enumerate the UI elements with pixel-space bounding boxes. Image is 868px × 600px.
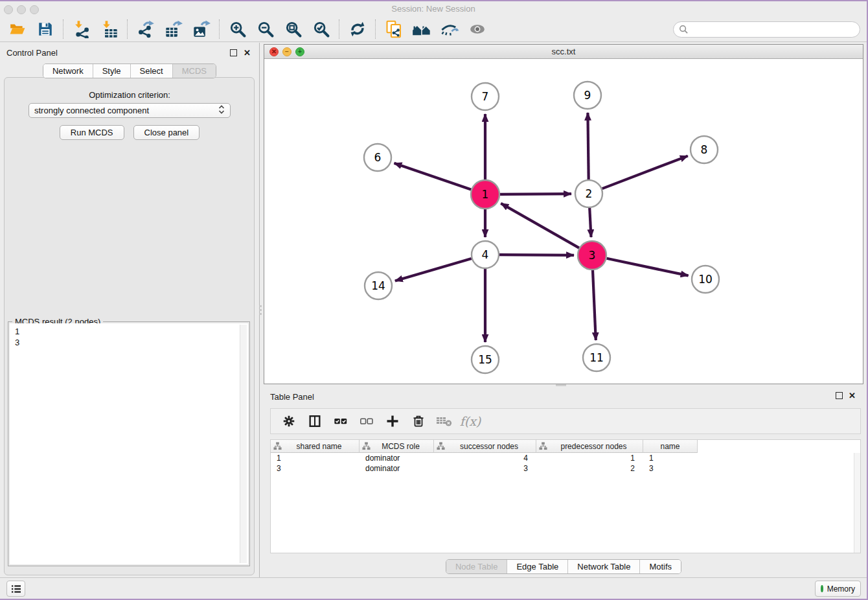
network-window-titlebar[interactable]: ✕ − + scc.txt <box>264 45 863 59</box>
graph-edge-4-3[interactable] <box>499 255 574 255</box>
control-panel-title: Control Panel <box>6 48 58 58</box>
close-panel-button[interactable]: Close panel <box>133 125 200 140</box>
table-cell: 1 <box>536 454 643 463</box>
svg-text:7: 7 <box>482 90 489 103</box>
table-cell: dominator <box>360 454 434 463</box>
zoom-in-icon[interactable] <box>223 18 251 40</box>
graph-node-2[interactable]: 2 <box>575 180 602 207</box>
eye-icon[interactable] <box>463 18 491 40</box>
graph-edge-3-1[interactable] <box>501 203 579 248</box>
task-history-button[interactable] <box>6 581 25 597</box>
graph-node-3[interactable]: 3 <box>578 241 606 270</box>
table-row[interactable]: 3dominator323 <box>271 463 860 474</box>
mcds-result-group: MCDS result (2 nodes) 1 3 <box>8 321 250 566</box>
import-table-icon[interactable] <box>95 18 123 40</box>
tab-network-table[interactable]: Network Table <box>568 560 640 573</box>
mcds-result-list[interactable]: 1 3 <box>10 323 248 564</box>
svg-text:2: 2 <box>586 187 593 200</box>
graph-node-10[interactable]: 10 <box>692 266 719 293</box>
delete-column-icon[interactable] <box>407 411 430 432</box>
graph-node-7[interactable]: 7 <box>472 83 499 110</box>
column-header-MCDS-role[interactable]: MCDS role <box>360 440 434 453</box>
network-view-window: ✕ − + scc.txt 7968124314101511 <box>264 44 863 384</box>
table-cell: 1 <box>271 454 360 463</box>
float-table-panel-icon[interactable] <box>836 392 843 399</box>
tab-node-table[interactable]: Node Table <box>446 560 508 573</box>
add-column-icon[interactable] <box>381 411 404 432</box>
panel-splitter-handle[interactable] <box>258 303 262 316</box>
svg-text:3: 3 <box>589 249 596 262</box>
zoom-fit-icon[interactable] <box>279 18 307 40</box>
graph-edge-2-9[interactable] <box>588 113 588 179</box>
select-arrows-icon <box>218 105 225 116</box>
graph-node-14[interactable]: 14 <box>365 272 392 299</box>
graph-node-1[interactable]: 1 <box>471 180 499 209</box>
graph-node-9[interactable]: 9 <box>574 82 601 109</box>
zoom-out-icon[interactable] <box>251 18 279 40</box>
mcds-result-line: 1 <box>15 326 248 337</box>
table-cell: dominator <box>360 464 434 473</box>
tab-network[interactable]: Network <box>43 64 93 78</box>
search-field[interactable] <box>673 21 860 38</box>
column-header-successor-nodes[interactable]: successor nodes <box>434 440 536 453</box>
select-all-icon[interactable] <box>329 411 352 432</box>
first-neighbors-icon[interactable] <box>407 18 435 40</box>
mcds-scrollbar[interactable] <box>240 325 247 563</box>
network-canvas[interactable]: 7968124314101511 <box>264 59 863 384</box>
graph-node-8[interactable]: 8 <box>691 136 718 163</box>
export-table-icon[interactable] <box>159 18 187 40</box>
gear-icon[interactable] <box>277 411 301 432</box>
table-header-row: shared nameMCDS rolesuccessor nodesprede… <box>271 440 860 453</box>
close-table-panel-icon[interactable]: ✕ <box>849 392 856 399</box>
graph-node-4[interactable]: 4 <box>472 241 499 268</box>
tab-mcds[interactable]: MCDS <box>173 64 216 78</box>
table-tabs: Node Table Edge Table Network Table Moti… <box>264 559 863 574</box>
svg-text:6: 6 <box>374 151 382 164</box>
table-row[interactable]: 1dominator411 <box>271 453 860 463</box>
columns-icon[interactable] <box>303 411 326 432</box>
graph-edge-2-3[interactable] <box>589 208 591 237</box>
export-network-icon[interactable] <box>131 18 159 40</box>
float-panel-icon[interactable] <box>230 49 237 56</box>
tab-motifs[interactable]: Motifs <box>640 560 681 573</box>
save-icon[interactable] <box>31 18 59 40</box>
memory-button[interactable]: Memory <box>815 581 861 597</box>
graph-edge-1-2[interactable] <box>500 194 571 194</box>
graph-node-15[interactable]: 15 <box>472 346 499 373</box>
optimization-criterion-select[interactable]: strongly connected component <box>29 103 231 118</box>
svg-text:1: 1 <box>482 188 489 201</box>
column-header-shared-name[interactable]: shared name <box>271 440 360 453</box>
clone-network-icon[interactable] <box>380 18 407 40</box>
horizontal-splitter-handle[interactable] <box>556 384 566 386</box>
zoom-selected-icon[interactable] <box>307 18 335 40</box>
graph-edge-4-14[interactable] <box>395 259 472 281</box>
function-builder-icon[interactable]: f(x) <box>459 411 482 432</box>
graph-edge-2-8[interactable] <box>602 156 688 189</box>
graph-edge-3-11[interactable] <box>593 270 596 340</box>
run-mcds-button[interactable]: Run MCDS <box>60 125 124 140</box>
toolbar-separator <box>63 19 63 39</box>
search-input[interactable] <box>689 25 854 34</box>
column-header-predecessor-nodes[interactable]: predecessor nodes <box>536 440 643 453</box>
table-cell: 3 <box>643 464 698 473</box>
graph-node-11[interactable]: 11 <box>583 344 610 371</box>
graph-edge-1-6[interactable] <box>394 163 472 190</box>
close-panel-icon[interactable]: ✕ <box>244 49 251 56</box>
table-body: 1dominator4113dominator323 <box>271 453 860 474</box>
table-scrollbar[interactable] <box>854 453 860 553</box>
import-network-icon[interactable] <box>67 18 95 40</box>
export-image-icon[interactable] <box>187 18 215 40</box>
column-header-name[interactable]: name <box>643 440 698 453</box>
graph-node-6[interactable]: 6 <box>364 144 391 171</box>
tab-select[interactable]: Select <box>131 64 173 78</box>
tab-edge-table[interactable]: Edge Table <box>507 560 568 573</box>
graphics-details-icon[interactable] <box>435 18 463 40</box>
unselect-all-icon[interactable] <box>355 411 378 432</box>
svg-text:15: 15 <box>478 353 492 366</box>
toolbar-separator <box>219 19 220 39</box>
graph-edge-3-10[interactable] <box>607 259 689 276</box>
open-folder-icon[interactable] <box>3 18 31 40</box>
delete-table-icon[interactable] <box>433 411 456 432</box>
tab-style[interactable]: Style <box>93 64 131 78</box>
refresh-icon[interactable] <box>343 18 371 40</box>
